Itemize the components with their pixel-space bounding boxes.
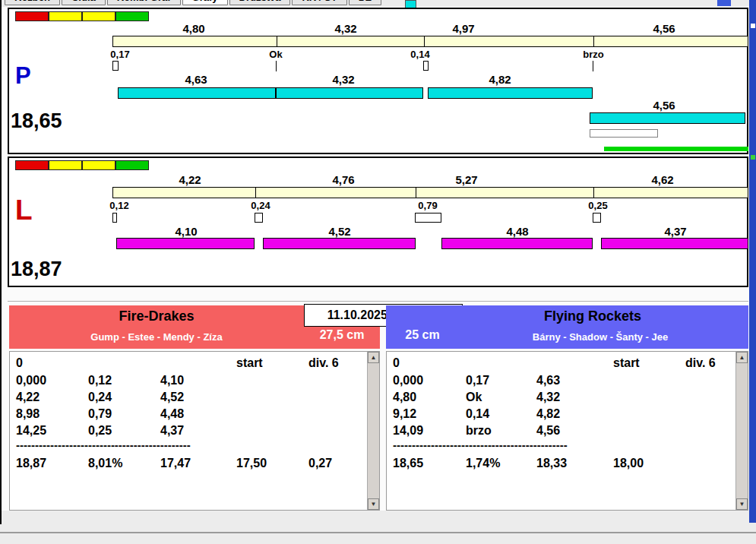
table-cell: 0,000 bbox=[393, 374, 423, 387]
hurdle-height-right: 25 cm bbox=[392, 328, 453, 342]
leg-time-label: 4,82 bbox=[489, 73, 511, 86]
team-members-left: Gump - Estee - Mendy - Zíza bbox=[9, 331, 304, 343]
split-time-label: 4,80 bbox=[182, 22, 204, 35]
split-time-label: 4,56 bbox=[653, 22, 675, 35]
tab-cidla[interactable]: Čidla bbox=[62, 0, 106, 5]
table-cell: brzo bbox=[466, 424, 492, 438]
split-time-label: 5,27 bbox=[455, 173, 477, 186]
right-result-table: 0 start div. 6 0,000 0,17 4,63 4,80 Ok 4… bbox=[386, 351, 748, 511]
scroll-down-button[interactable]: ▼ bbox=[736, 498, 748, 510]
empty-gauge-box bbox=[590, 129, 658, 138]
table-cell: 4,10 bbox=[160, 374, 184, 387]
hurdle-height-left: 27,5 cm bbox=[304, 328, 380, 342]
exchange-time-label: 0,25 bbox=[588, 200, 607, 211]
table-total-cell: 18,65 bbox=[393, 457, 423, 470]
exchange-time-label: 0,12 bbox=[109, 200, 128, 211]
tab-grafy[interactable]: Grafy bbox=[182, 0, 228, 5]
table-cell: 14,09 bbox=[393, 424, 423, 438]
leg-bar-l-1 bbox=[116, 238, 255, 249]
scroll-down-button[interactable]: ▼ bbox=[368, 498, 379, 510]
scroll-down-icon: ▼ bbox=[739, 501, 745, 508]
separator-line bbox=[8, 301, 748, 302]
leg-bar-l-4 bbox=[601, 238, 748, 249]
leg-bar-l-3 bbox=[441, 238, 593, 249]
table-cell: 0,14 bbox=[466, 407, 489, 421]
exchange-marker-box bbox=[255, 213, 263, 223]
table-total-cell: 0,27 bbox=[308, 457, 332, 470]
table-cell: 0 bbox=[16, 356, 23, 370]
table-cell: Ok bbox=[466, 391, 482, 404]
scale-divider bbox=[424, 36, 425, 46]
split-time-label: 4,62 bbox=[651, 173, 673, 186]
scroll-up-icon: ▲ bbox=[371, 354, 377, 361]
scale-divider bbox=[593, 36, 594, 46]
table-total-cell: 17,47 bbox=[160, 457, 191, 470]
split-scale-bar-l bbox=[112, 187, 748, 198]
leg-bar-p-1 bbox=[118, 87, 276, 99]
green-progress-strip bbox=[604, 147, 748, 151]
exchange-time-label: brzo bbox=[583, 49, 603, 60]
team-members-right: Bárny - Shadow - Šanty - Jee bbox=[460, 331, 741, 343]
table-separator: ----------------------------------------… bbox=[393, 438, 613, 451]
left-result-table: 0 start div. 6 0,000 0,12 4,10 4,22 0,24… bbox=[9, 351, 380, 511]
table-cell: 4,80 bbox=[393, 391, 416, 404]
status-indicator-row-p bbox=[15, 11, 149, 21]
lane-total-p: 18,65 bbox=[11, 109, 62, 133]
table-cell: 0,79 bbox=[88, 407, 112, 421]
table-total-cell: 18,33 bbox=[536, 457, 567, 470]
tab-rozbeh[interactable]: Rozběh bbox=[5, 0, 60, 5]
exchange-time-label: 0,17 bbox=[110, 49, 129, 60]
tab-druzstva[interactable]: Družstva bbox=[229, 0, 291, 5]
table-cell: 0,000 bbox=[16, 374, 46, 387]
scroll-up-button[interactable]: ▲ bbox=[736, 352, 748, 363]
leg-time-label: 4,37 bbox=[664, 225, 686, 238]
indicator-green bbox=[115, 160, 149, 170]
tab-bar: Rozběh Čidla Kombi Graf Grafy Družstva K… bbox=[2, 0, 746, 7]
tab-kombi-graf[interactable]: Kombi Graf bbox=[107, 0, 181, 5]
app-window: Rozběh Čidla Kombi Graf Grafy Družstva K… bbox=[0, 0, 756, 544]
tab-kk-st[interactable]: KK / ST bbox=[292, 0, 346, 5]
tab-dz[interactable]: DZ bbox=[349, 0, 381, 5]
blue-status-chip bbox=[717, 0, 731, 6]
window-bottom-edge bbox=[0, 532, 756, 533]
exchange-marker-tick bbox=[593, 61, 593, 71]
table-cell: 4,37 bbox=[160, 424, 184, 438]
exchange-marker-tick bbox=[276, 61, 277, 71]
table-cell: 14,25 bbox=[16, 424, 46, 438]
table-cell: 0 bbox=[393, 356, 400, 370]
split-time-label: 4,97 bbox=[452, 22, 474, 35]
table-separator: ----------------------------------------… bbox=[16, 438, 236, 451]
indicator-red bbox=[15, 11, 49, 21]
split-time-label: 4,22 bbox=[179, 173, 201, 186]
scale-divider bbox=[255, 188, 256, 198]
exchange-time-label: 0,24 bbox=[251, 200, 270, 211]
table-cell: 4,52 bbox=[160, 391, 184, 404]
indicator-yellow bbox=[82, 160, 115, 170]
scroll-up-button[interactable]: ▲ bbox=[368, 352, 379, 363]
leg-time-label: 4,56 bbox=[653, 99, 675, 112]
leg-bar-l-2 bbox=[263, 238, 416, 249]
leg-time-label: 4,10 bbox=[175, 225, 197, 238]
table-cell: 4,63 bbox=[536, 374, 560, 387]
exchange-marker-box bbox=[593, 213, 601, 223]
table-cell: start bbox=[236, 356, 263, 370]
indicator-red bbox=[15, 160, 49, 170]
indicator-green bbox=[115, 11, 149, 21]
split-time-label: 4,76 bbox=[332, 173, 354, 186]
lane-panel-p: 4,80 4,32 4,97 4,56 0,17 Ok 0,14 brzo P … bbox=[8, 8, 748, 154]
table-cell: div. 6 bbox=[685, 356, 716, 370]
table-total-cell: 18,00 bbox=[613, 457, 644, 470]
indicator-yellow bbox=[49, 160, 82, 170]
exchange-time-label: 0,14 bbox=[410, 49, 429, 60]
indicator-yellow bbox=[82, 11, 115, 21]
left-table-scrollbar[interactable]: ▲ ▼ bbox=[367, 352, 379, 510]
table-cell: 4,48 bbox=[160, 407, 184, 421]
exchange-marker-box bbox=[423, 61, 429, 71]
lane-total-l: 18,87 bbox=[11, 258, 62, 281]
table-cell: 4,56 bbox=[536, 424, 560, 438]
right-table-scrollbar[interactable]: ▲ ▼ bbox=[735, 352, 748, 510]
exchange-time-label: 0,79 bbox=[418, 200, 437, 211]
leg-time-label: 4,32 bbox=[332, 73, 354, 86]
lane-label-l: L bbox=[15, 196, 33, 224]
table-total-cell: 17,50 bbox=[236, 457, 267, 470]
